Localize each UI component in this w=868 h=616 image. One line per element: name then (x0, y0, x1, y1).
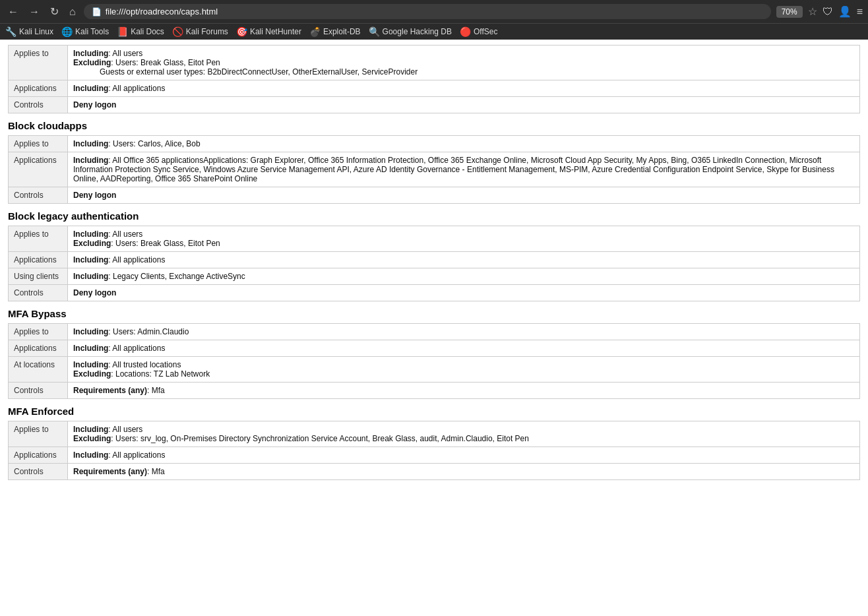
page-icon: 📄 (92, 7, 102, 16)
bookmark-exploit-db[interactable]: 💣 Exploit-DB (309, 26, 361, 37)
row-content: Deny logon (68, 285, 860, 301)
row-label: Applications (9, 447, 68, 464)
kali-forums-icon: 🚫 (172, 26, 183, 37)
bookmark-star-icon[interactable]: ☆ (808, 5, 817, 18)
section-title-section-mfa-bypass: MFA Bypass (8, 308, 860, 319)
row-content: Including: All trusted locationsExcludin… (68, 357, 860, 383)
refresh-button[interactable]: ↻ (47, 4, 61, 19)
table-row: At locationsIncluding: All trusted locat… (9, 357, 860, 383)
row-label: Applications (9, 80, 68, 97)
row-label: Controls (9, 285, 68, 301)
table-row: ControlsRequirements (any): Mfa (9, 464, 860, 480)
row-label: Applies to (9, 136, 68, 152)
row-content: Including: All usersExcluding: Users: Br… (68, 226, 860, 252)
table-row: Applies toIncluding: Users: Carlos, Alic… (9, 136, 860, 152)
row-label: Applications (9, 340, 68, 357)
bookmark-kali-forums[interactable]: 🚫 Kali Forums (172, 26, 228, 37)
table-section-mfa-bypass: Applies toIncluding: Users: Admin.Claudi… (8, 323, 860, 399)
row-label: Applications (9, 252, 68, 268)
row-label: At locations (9, 357, 68, 383)
table-row: Applies toIncluding: All usersExcluding:… (9, 226, 860, 252)
row-content: Including: Legacy Clients, Exchange Acti… (68, 268, 860, 285)
table-row: ApplicationsIncluding: All applications (9, 447, 860, 464)
row-label: Applies to (9, 421, 68, 447)
bookmark-label: OffSec (474, 27, 497, 36)
bookmark-kali-linux[interactable]: 🔧 Kali Linux (5, 26, 53, 37)
row-content: Deny logon (68, 97, 860, 113)
table-row: ApplicationsIncluding: All applications (9, 252, 860, 268)
table-row: ControlsDeny logon (9, 97, 860, 113)
bookmark-offsec[interactable]: 🔴 OffSec (460, 26, 497, 37)
section-title-section-mfa-enforced: MFA Enforced (8, 406, 860, 417)
row-label: Controls (9, 97, 68, 113)
row-label: Applies to (9, 46, 68, 80)
table-row: ControlsDeny logon (9, 285, 860, 301)
browser-chrome: ← → ↻ ⌂ 📄 70% ☆ 🛡 👤 ≡ (0, 0, 868, 23)
bookmark-kali-docs[interactable]: 📕 Kali Docs (117, 26, 164, 37)
row-content: Including: All Office 365 applicationsAp… (68, 152, 860, 187)
kali-tools-icon: 🌐 (61, 26, 73, 37)
row-label: Applies to (9, 226, 68, 252)
row-label: Using clients (9, 268, 68, 285)
address-bar-container: 📄 (84, 4, 771, 19)
row-content: Including: Users: Carlos, Alice, Bob (68, 136, 860, 152)
kali-nethunter-icon: 🎯 (236, 26, 247, 37)
bookmark-kali-nethunter[interactable]: 🎯 Kali NetHunter (236, 26, 301, 37)
bookmark-kali-tools[interactable]: 🌐 Kali Tools (61, 26, 109, 37)
offsec-icon: 🔴 (460, 26, 471, 37)
table-section-block-legacy: Applies toIncluding: All usersExcluding:… (8, 226, 860, 301)
row-content: Including: All applications (68, 252, 860, 268)
row-content: Requirements (any): Mfa (68, 464, 860, 480)
row-content: Including: All usersExcluding: Users: sr… (68, 421, 860, 447)
row-label: Controls (9, 187, 68, 204)
table-row: Applies toIncluding: All usersExcluding:… (9, 421, 860, 447)
row-label: Applies to (9, 324, 68, 340)
table-row: ControlsDeny logon (9, 187, 860, 204)
row-label: Applications (9, 152, 68, 187)
page-content: Applies toIncluding: All usersExcluding:… (0, 40, 868, 492)
row-content: Including: All applications (68, 447, 860, 464)
section-title-section-block-cloudapps: Block cloudapps (8, 120, 860, 131)
table-row: Using clientsIncluding: Legacy Clients, … (9, 268, 860, 285)
menu-icon[interactable]: ≡ (857, 6, 863, 18)
row-content: Including: All applications (68, 340, 860, 357)
bookmark-label: Kali Linux (19, 27, 53, 36)
table-row: Applies toIncluding: All usersExcluding:… (9, 46, 860, 80)
bookmark-label: Kali Tools (75, 27, 109, 36)
row-label: Controls (9, 383, 68, 399)
google-hacking-icon: 🔍 (369, 26, 380, 37)
address-input[interactable] (106, 7, 763, 16)
bookmark-google-hacking[interactable]: 🔍 Google Hacking DB (369, 26, 452, 37)
bookmark-label: Kali NetHunter (250, 27, 301, 36)
pocket-icon[interactable]: 🛡 (822, 6, 833, 18)
row-content: Including: Users: Admin.Claudio (68, 324, 860, 340)
home-button[interactable]: ⌂ (67, 5, 78, 19)
back-button[interactable]: ← (5, 5, 21, 19)
row-content: Deny logon (68, 187, 860, 204)
row-content: Requirements (any): Mfa (68, 383, 860, 399)
table-row: ApplicationsIncluding: All applications (9, 80, 860, 97)
kali-docs-icon: 📕 (117, 26, 128, 37)
kali-linux-icon: 🔧 (5, 26, 16, 37)
bookmark-label: Exploit-DB (323, 27, 361, 36)
row-content: Including: All applications (68, 80, 860, 97)
table-section-mfa-enforced: Applies toIncluding: All usersExcluding:… (8, 421, 860, 480)
table-row: Applies toIncluding: Users: Admin.Claudi… (9, 324, 860, 340)
table-section-top: Applies toIncluding: All usersExcluding:… (8, 45, 860, 113)
table-row: ApplicationsIncluding: All applications (9, 340, 860, 357)
section-title-section-block-legacy: Block legacy authentication (8, 210, 860, 222)
bookmarks-bar: 🔧 Kali Linux 🌐 Kali Tools 📕 Kali Docs 🚫 … (0, 23, 868, 40)
exploit-db-icon: 💣 (309, 26, 321, 37)
bookmark-label: Google Hacking DB (383, 27, 452, 36)
profile-icon[interactable]: 👤 (838, 5, 852, 18)
table-row: ApplicationsIncluding: All Office 365 ap… (9, 152, 860, 187)
row-label: Controls (9, 464, 68, 480)
forward-button[interactable]: → (26, 5, 42, 19)
table-row: ControlsRequirements (any): Mfa (9, 383, 860, 399)
bookmark-label: Kali Docs (131, 27, 164, 36)
table-section-block-cloudapps: Applies toIncluding: Users: Carlos, Alic… (8, 135, 860, 204)
bookmark-label: Kali Forums (186, 27, 228, 36)
zoom-level[interactable]: 70% (776, 6, 803, 18)
row-content: Including: All usersExcluding: Users: Br… (68, 46, 860, 80)
